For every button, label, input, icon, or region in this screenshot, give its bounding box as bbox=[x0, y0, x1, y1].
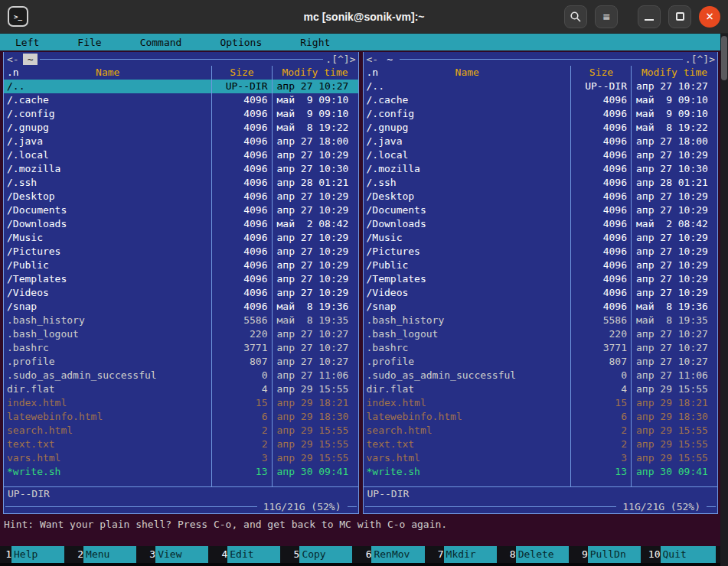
fkey-help[interactable]: 1Help bbox=[0, 546, 72, 563]
titlebar[interactable]: >_ mc [sonik@sonik-vm]:~ ≡ × bbox=[0, 0, 728, 34]
back-arrow[interactable]: <- bbox=[367, 54, 379, 65]
file-row[interactable]: /..UP--DIRапр 27 10:27 bbox=[364, 80, 718, 93]
fkey-delete[interactable]: 8Delete bbox=[504, 546, 576, 563]
file-row[interactable]: /Music4096апр 27 10:29 bbox=[364, 231, 718, 245]
file-row[interactable]: /.gnupg4096май 8 19:22 bbox=[364, 121, 718, 135]
search-button[interactable] bbox=[564, 5, 587, 28]
file-row[interactable]: /.config4096май 9 09:10 bbox=[364, 107, 718, 121]
panel-path[interactable]: ~ bbox=[382, 54, 397, 65]
file-row[interactable]: /.local4096апр 27 10:29 bbox=[4, 148, 358, 162]
fkey-copy[interactable]: 5Copy bbox=[288, 546, 360, 563]
file-row[interactable]: /Public4096апр 27 10:29 bbox=[364, 259, 718, 272]
file-row[interactable]: dir.flat4апр 29 15:55 bbox=[364, 382, 718, 396]
maximize-button[interactable] bbox=[668, 5, 691, 28]
file-time-cell: май 8 19:22 bbox=[632, 121, 717, 135]
file-row[interactable]: /.mozilla4096апр 27 10:30 bbox=[4, 162, 358, 176]
fkey-edit[interactable]: 4Edit bbox=[216, 546, 288, 563]
menu-command[interactable]: Command bbox=[140, 37, 182, 48]
column-header-mtime[interactable]: Modify time bbox=[273, 66, 358, 80]
file-row[interactable]: /.ssh4096апр 28 01:21 bbox=[4, 176, 358, 190]
file-row[interactable]: /.gnupg4096май 8 19:22 bbox=[4, 121, 358, 135]
menu-button[interactable]: ≡ bbox=[595, 5, 618, 28]
fkey-menu[interactable]: 2Menu bbox=[72, 546, 144, 563]
file-row[interactable]: index.html15апр 29 18:21 bbox=[4, 396, 358, 410]
file-row[interactable]: /.ssh4096апр 28 01:21 bbox=[364, 176, 718, 190]
file-row[interactable]: /.java4096апр 27 18:00 bbox=[4, 135, 358, 148]
panel-history-marks[interactable]: .[^]> bbox=[325, 54, 355, 65]
fkey-renmov[interactable]: 6RenMov bbox=[360, 546, 432, 563]
column-header-name[interactable]: Name bbox=[96, 67, 119, 78]
file-row[interactable]: .bash_history5586май 8 19:35 bbox=[364, 314, 718, 327]
scrollbar-thumb[interactable] bbox=[721, 36, 727, 80]
back-arrow[interactable]: <- bbox=[7, 54, 19, 65]
file-size-cell: 4096 bbox=[571, 93, 632, 107]
menu-right[interactable]: Right bbox=[300, 37, 330, 48]
file-row[interactable]: /Music4096апр 27 10:29 bbox=[4, 231, 358, 245]
panel-history-marks[interactable]: .[^]> bbox=[685, 54, 715, 65]
file-time-cell: апр 27 10:29 bbox=[273, 190, 358, 203]
file-row[interactable]: /Desktop4096апр 27 10:29 bbox=[364, 190, 718, 203]
command-line[interactable]: sonik@sonik-vm:~$ bbox=[0, 532, 720, 546]
file-row[interactable]: /Pictures4096апр 27 10:29 bbox=[4, 245, 358, 259]
fkey-pulldn[interactable]: 9PullDn bbox=[576, 546, 648, 563]
file-row[interactable]: .bashrc3771апр 27 10:27 bbox=[4, 341, 358, 355]
file-row[interactable]: search.html2апр 29 15:55 bbox=[364, 424, 718, 438]
fkey-mkdir[interactable]: 7Mkdir bbox=[433, 546, 504, 563]
file-row[interactable]: /Documents4096апр 27 10:29 bbox=[4, 203, 358, 217]
file-row[interactable]: /Templates4096апр 27 10:29 bbox=[4, 272, 358, 286]
file-row[interactable]: /.local4096апр 27 10:29 bbox=[364, 148, 718, 162]
column-header-name[interactable]: Name bbox=[455, 67, 479, 78]
fkey-quit[interactable]: 10Quit bbox=[648, 546, 720, 563]
file-row[interactable]: text.txt2апр 29 15:55 bbox=[364, 438, 718, 451]
file-row[interactable]: /Videos4096апр 27 10:29 bbox=[364, 286, 718, 300]
file-row[interactable]: *write.sh13апр 30 09:41 bbox=[4, 465, 358, 479]
file-row[interactable]: .profile807апр 27 10:27 bbox=[4, 355, 358, 369]
file-row[interactable]: /..UP--DIRапр 27 10:27 bbox=[4, 80, 358, 93]
file-row[interactable]: /Pictures4096апр 27 10:29 bbox=[364, 245, 718, 259]
file-row[interactable]: .sudo_as_admin_successful0апр 27 11:06 bbox=[4, 369, 358, 382]
file-row[interactable]: index.html15апр 29 18:21 bbox=[364, 396, 718, 410]
file-row[interactable]: .bash_logout220апр 27 10:27 bbox=[4, 327, 358, 341]
column-header-size[interactable]: Size bbox=[212, 66, 273, 80]
file-row[interactable]: /.cache4096май 9 09:10 bbox=[4, 93, 358, 107]
file-row[interactable]: /snap4096май 8 19:36 bbox=[4, 300, 358, 314]
file-row[interactable]: *write.sh13апр 30 09:41 bbox=[364, 465, 718, 479]
file-time-cell: апр 29 15:55 bbox=[273, 438, 358, 451]
file-row[interactable]: vars.html3апр 29 15:55 bbox=[364, 451, 718, 465]
file-row[interactable]: /Templates4096апр 27 10:29 bbox=[364, 272, 718, 286]
file-row[interactable]: text.txt2апр 29 15:55 bbox=[4, 438, 358, 451]
file-row[interactable]: /.config4096май 9 09:10 bbox=[4, 107, 358, 121]
file-row[interactable]: /Public4096апр 27 10:29 bbox=[4, 259, 358, 272]
file-row[interactable]: dir.flat4апр 29 15:55 bbox=[4, 382, 358, 396]
file-row[interactable]: /snap4096май 8 19:36 bbox=[364, 300, 718, 314]
file-row[interactable]: /.java4096апр 27 18:00 bbox=[364, 135, 718, 148]
file-row[interactable]: .bash_history5586май 8 19:35 bbox=[4, 314, 358, 327]
mini-status: UP--DIR bbox=[4, 487, 358, 500]
file-row[interactable]: .bashrc3771апр 27 10:27 bbox=[364, 341, 718, 355]
file-row[interactable]: /Desktop4096апр 27 10:29 bbox=[4, 190, 358, 203]
minimize-button[interactable] bbox=[638, 5, 661, 28]
file-row[interactable]: /Documents4096апр 27 10:29 bbox=[364, 203, 718, 217]
column-header-size[interactable]: Size bbox=[571, 66, 632, 80]
close-button[interactable]: × bbox=[699, 6, 720, 28]
file-row[interactable]: latewebinfo.html6апр 29 18:30 bbox=[364, 410, 718, 424]
file-row[interactable]: /Videos4096апр 27 10:29 bbox=[4, 286, 358, 300]
panel-path[interactable]: ~ bbox=[23, 54, 38, 65]
menu-file[interactable]: File bbox=[77, 37, 101, 48]
file-size-cell: 4096 bbox=[571, 203, 632, 217]
scrollbar-track[interactable] bbox=[720, 34, 728, 566]
file-row[interactable]: /Downloads4096май 2 08:42 bbox=[364, 217, 718, 231]
file-row[interactable]: latewebinfo.html6апр 29 18:30 bbox=[4, 410, 358, 424]
file-row[interactable]: /.cache4096май 9 09:10 bbox=[364, 93, 718, 107]
file-row[interactable]: .bash_logout220апр 27 10:27 bbox=[364, 327, 718, 341]
file-row[interactable]: /Downloads4096май 2 08:42 bbox=[4, 217, 358, 231]
file-row[interactable]: .sudo_as_admin_successful0апр 27 11:06 bbox=[364, 369, 718, 382]
menu-options[interactable]: Options bbox=[220, 37, 262, 48]
file-row[interactable]: /.mozilla4096апр 27 10:30 bbox=[364, 162, 718, 176]
column-header-mtime[interactable]: Modify time bbox=[632, 66, 717, 80]
file-row[interactable]: search.html2апр 29 15:55 bbox=[4, 424, 358, 438]
file-row[interactable]: .profile807апр 27 10:27 bbox=[364, 355, 718, 369]
file-row[interactable]: vars.html3апр 29 15:55 bbox=[4, 451, 358, 465]
fkey-view[interactable]: 3View bbox=[144, 546, 216, 563]
menu-left[interactable]: Left bbox=[15, 37, 39, 48]
